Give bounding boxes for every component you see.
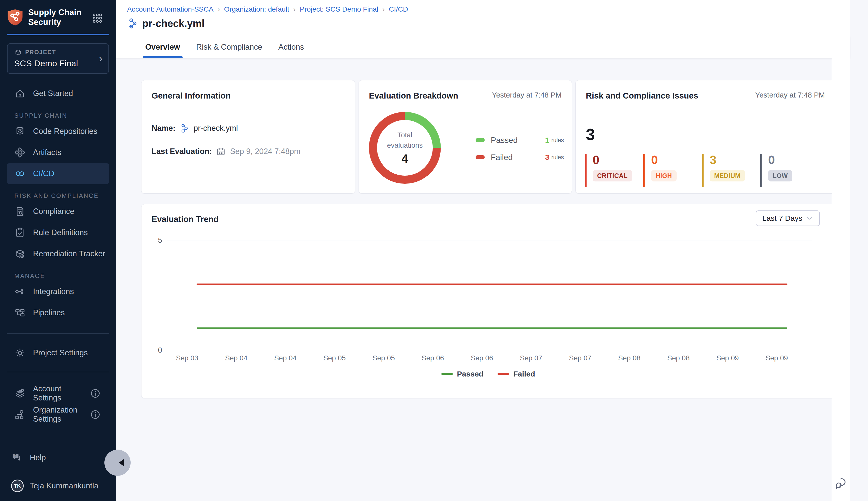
svg-text:?: ? bbox=[14, 454, 17, 458]
pipeline-file-icon bbox=[179, 123, 190, 133]
severity-badge: LOW bbox=[768, 170, 792, 181]
project-selector[interactable]: PROJECT SCS Demo Final › bbox=[7, 43, 109, 74]
module-grid-icon[interactable] bbox=[92, 13, 103, 24]
sidebar-item-compliance[interactable]: Compliance bbox=[0, 201, 116, 222]
sidebar-item-label: CI/CD bbox=[33, 169, 54, 178]
tab-overview[interactable]: Overview bbox=[144, 36, 181, 58]
time-range-dropdown[interactable]: Last 7 Days bbox=[756, 211, 820, 226]
sidebar-item-label: Help bbox=[30, 453, 46, 462]
main-area: Account: Automation-SSCA›Organization: d… bbox=[116, 0, 850, 501]
x-tick-8: Sep 07 bbox=[560, 354, 600, 362]
breadcrumb-link-ci-cd[interactable]: CI/CD bbox=[389, 5, 408, 13]
severity-count: 0 bbox=[593, 154, 643, 166]
sidebar-collapse-handle[interactable] bbox=[104, 450, 130, 476]
severity-badge: MEDIUM bbox=[710, 170, 745, 181]
gear-icon bbox=[14, 347, 25, 358]
legend-unit: rules bbox=[551, 137, 564, 143]
trend-legend-failed: Failed bbox=[498, 370, 535, 378]
sidebar-divider bbox=[7, 333, 109, 334]
sidebar-item-get-started[interactable]: Get Started bbox=[0, 83, 116, 104]
sidebar-item-remediation-tracker[interactable]: Remediation Tracker bbox=[0, 243, 116, 264]
sidebar-item-rule-definitions[interactable]: Rule Definitions bbox=[0, 222, 116, 243]
info-icon[interactable] bbox=[90, 409, 101, 420]
assistant-rail bbox=[832, 0, 850, 501]
trend-line-chart: 50Sep 03Sep 04Sep 04Sep 05Sep 05Sep 06Se… bbox=[167, 240, 812, 350]
legend-count: 3 bbox=[545, 153, 549, 161]
card-title: General Information bbox=[151, 91, 231, 100]
tab-actions[interactable]: Actions bbox=[277, 36, 306, 58]
breadcrumb-link-organization-default[interactable]: Organization: default bbox=[224, 5, 289, 13]
cube-icon bbox=[14, 49, 22, 56]
name-label: Name: bbox=[151, 124, 176, 133]
card-timestamp: Yesterday at 7:48 PM bbox=[755, 91, 825, 99]
logo-row: Supply Chain Security bbox=[0, 0, 116, 34]
passed-swatch-icon bbox=[475, 138, 485, 142]
sidebar-item-project-settings[interactable]: Project Settings bbox=[0, 342, 116, 363]
breadcrumb-link-account-automation-ssca[interactable]: Account: Automation-SSCA bbox=[127, 5, 213, 13]
project-name: SCS Demo Final bbox=[14, 58, 102, 68]
chat-assistant-icon[interactable] bbox=[835, 477, 848, 490]
card-title: Evaluation Breakdown bbox=[369, 91, 458, 100]
x-tick-12: Sep 09 bbox=[756, 354, 797, 362]
tab-risk-compliance[interactable]: Risk & Compliance bbox=[195, 36, 264, 58]
evaluation-trend-card: Evaluation Trend Last 7 Days 50Sep 03Sep… bbox=[141, 204, 835, 398]
y-tick-0: 0 bbox=[149, 346, 162, 354]
evaluation-breakdown-card: Evaluation Breakdown Yesterday at 7:48 P… bbox=[359, 80, 572, 193]
severity-tile-critical: 0CRITICAL bbox=[585, 154, 643, 187]
legend-label: Failed bbox=[491, 153, 545, 162]
trend-legend-label: Passed bbox=[457, 370, 483, 378]
sidebar-item-organization-settings[interactable]: Organization Settings bbox=[0, 404, 116, 425]
trend-legend-label: Failed bbox=[513, 370, 535, 378]
failed-line-swatch-icon bbox=[498, 373, 509, 375]
sidebar-item-pipelines[interactable]: Pipelines bbox=[0, 302, 116, 323]
sidebar-nav: Get StartedSUPPLY CHAINCode Repositories… bbox=[0, 83, 116, 323]
risk-compliance-issues-card: Risk and Compliance Issues Yesterday at … bbox=[575, 80, 835, 193]
card-title: Evaluation Trend bbox=[151, 214, 219, 224]
x-tick-5: Sep 06 bbox=[412, 354, 453, 362]
last-evaluation-value: Sep 9, 2024 7:48pm bbox=[230, 147, 300, 156]
y-tick-5: 5 bbox=[149, 236, 162, 244]
org-icon bbox=[14, 409, 25, 420]
breadcrumb: Account: Automation-SSCA›Organization: d… bbox=[127, 5, 850, 14]
x-tick-10: Sep 08 bbox=[658, 354, 699, 362]
user-menu[interactable]: TK Teja Kummarikuntla bbox=[0, 475, 116, 497]
sidebar-item-label: Integrations bbox=[33, 287, 74, 296]
account-icon bbox=[14, 388, 25, 399]
compliance-icon bbox=[14, 206, 25, 217]
rules-icon bbox=[14, 227, 25, 238]
trend-legend-passed: Passed bbox=[441, 370, 483, 378]
project-label: PROJECT bbox=[25, 49, 56, 56]
sidebar-item-ci-cd[interactable]: CI/CD bbox=[7, 163, 109, 184]
module-accent-line bbox=[7, 34, 109, 35]
x-tick-2: Sep 04 bbox=[265, 354, 306, 362]
sidebar-divider bbox=[7, 372, 109, 372]
sidebar-item-help[interactable]: ? Help bbox=[0, 447, 116, 468]
artifacts-icon bbox=[14, 147, 25, 158]
collapse-arrow-icon bbox=[119, 459, 124, 466]
sidebar-settings-group: Project Settings bbox=[0, 342, 116, 363]
sidebar: Supply Chain Security PROJECT SCS Demo F… bbox=[0, 0, 116, 501]
sidebar-section-manage: MANAGE bbox=[0, 271, 116, 281]
sidebar-item-code-repositories[interactable]: Code Repositories bbox=[0, 121, 116, 142]
legend-item-passed: Passed1rules bbox=[475, 134, 564, 147]
legend-label: Passed bbox=[491, 136, 545, 145]
sidebar-item-integrations[interactable]: Integrations bbox=[0, 281, 116, 302]
name-value: pr-check.yml bbox=[194, 124, 238, 133]
x-tick-9: Sep 08 bbox=[609, 354, 650, 362]
sidebar-item-label: Artifacts bbox=[33, 148, 61, 157]
sidebar-account-group: Account SettingsOrganization Settings bbox=[0, 383, 116, 425]
trend-series-lines bbox=[167, 240, 812, 350]
severity-count: 3 bbox=[710, 154, 760, 166]
severity-tile-low: 0LOW bbox=[760, 154, 819, 187]
sidebar-item-label: Compliance bbox=[33, 207, 74, 216]
sidebar-item-account-settings[interactable]: Account Settings bbox=[0, 383, 116, 404]
remediation-icon bbox=[14, 248, 25, 259]
severity-badge: CRITICAL bbox=[593, 170, 632, 181]
breadcrumb-separator: › bbox=[293, 5, 296, 14]
breadcrumb-link-project-scs-demo-final[interactable]: Project: SCS Demo Final bbox=[300, 5, 378, 13]
sidebar-item-artifacts[interactable]: Artifacts bbox=[0, 142, 116, 163]
calendar-icon bbox=[216, 147, 226, 157]
info-icon[interactable] bbox=[90, 388, 101, 399]
page-title: pr-check.yml bbox=[142, 18, 205, 29]
x-tick-7: Sep 07 bbox=[511, 354, 551, 362]
